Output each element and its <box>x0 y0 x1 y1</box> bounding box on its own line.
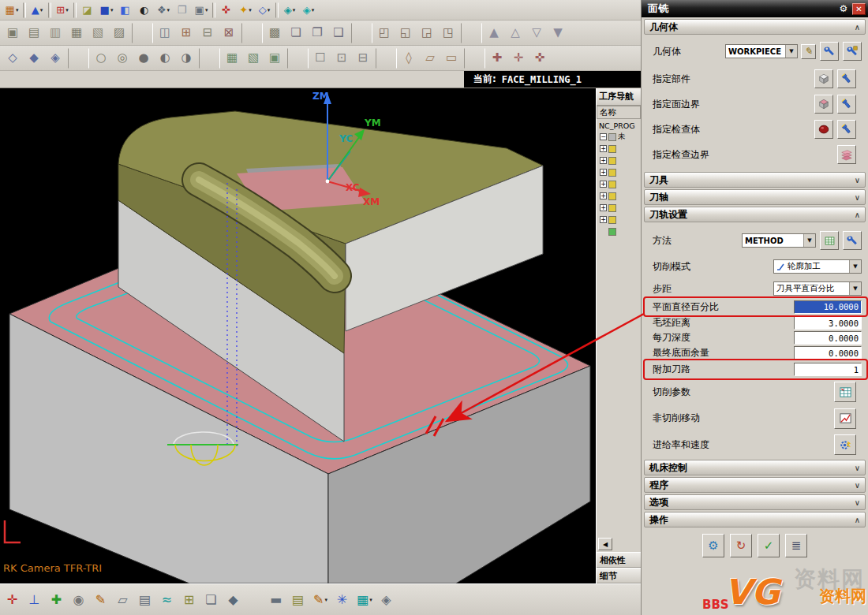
toolbar-icon[interactable]: ◰ <box>374 23 395 43</box>
tab-dependencies[interactable]: 相依性 <box>597 552 641 568</box>
display-check-body-button[interactable] <box>837 120 856 139</box>
chevron-down-icon[interactable] <box>785 45 797 58</box>
toolbar-icon[interactable] <box>199 48 220 69</box>
chevron-down-icon[interactable] <box>849 282 861 295</box>
toolbar-icon[interactable]: ◆ <box>24 48 45 69</box>
navigator-tree-row[interactable]: + <box>597 155 640 166</box>
gear-icon[interactable] <box>837 2 850 15</box>
flat-diameter-input[interactable]: 10.0000 <box>794 300 862 314</box>
toolbar-icon[interactable]: ✛ <box>508 48 529 69</box>
tree-expander-icon[interactable]: + <box>600 181 607 188</box>
navigator-name-column-header[interactable]: 名称 <box>597 106 641 119</box>
toolbar-icon[interactable] <box>132 23 153 43</box>
toolbar-icon[interactable] <box>275 2 279 18</box>
tree-expander-icon[interactable]: + <box>600 192 607 199</box>
close-icon[interactable] <box>852 3 866 15</box>
section-tool-axis[interactable]: 刀轴 <box>644 189 866 205</box>
navigator-tree-row[interactable]: + <box>597 214 640 226</box>
select-part-button[interactable] <box>814 69 833 88</box>
toolbar-icon[interactable] <box>212 2 215 18</box>
toolbar-icon[interactable]: ◇ <box>2 48 24 69</box>
tree-expander-icon[interactable]: + <box>600 169 607 176</box>
toolbar-icon[interactable]: ⊥ <box>24 588 46 612</box>
feeds-speeds-button[interactable] <box>834 434 856 455</box>
navigator-tree-row[interactable] <box>597 226 640 237</box>
action-button[interactable]: ✓ <box>758 534 780 557</box>
toolbar-icon[interactable]: ● <box>133 48 155 69</box>
toolbar-icon[interactable] <box>73 2 77 18</box>
toolbar-icon[interactable]: ◈▾ <box>280 2 299 19</box>
toolbar-icon[interactable] <box>48 2 51 18</box>
section-machine-control[interactable]: 机床控制 <box>644 460 866 475</box>
navigator-collapse-button[interactable]: ◀ <box>598 538 612 550</box>
toolbar-icon[interactable]: ⊡ <box>331 48 353 69</box>
toolbar-icon[interactable]: ▥ <box>45 23 66 43</box>
toolbar-icon[interactable]: ✚ <box>46 588 68 612</box>
toolbar-icon[interactable]: ❏ <box>286 23 307 43</box>
toolbar-icon[interactable]: ◑ <box>176 48 197 69</box>
navigator-title[interactable]: 工序导航 <box>597 88 641 106</box>
toolbar-icon[interactable]: ▣▾ <box>192 2 211 19</box>
action-button[interactable]: ≣ <box>785 534 807 557</box>
tree-expander-icon[interactable] <box>600 228 607 235</box>
toolbar-icon[interactable]: ◳ <box>438 23 459 43</box>
toolbar-icon[interactable]: ◐ <box>155 48 176 69</box>
method-combo[interactable]: METHOD <box>742 233 816 248</box>
toolbar-icon[interactable]: ▧ <box>88 23 109 43</box>
toolbar-icon[interactable]: ▦ <box>66 23 88 43</box>
toolbar-icon[interactable]: ❑ <box>328 23 350 43</box>
toolbar-icon[interactable]: ◫ <box>155 23 176 43</box>
toolbar-icon[interactable]: ▲ <box>484 23 505 43</box>
toolbar-icon[interactable]: ▬ <box>265 588 287 612</box>
toolbar-icon[interactable]: ❏ <box>200 588 223 612</box>
display-part-button[interactable] <box>837 69 856 88</box>
display-face-boundary-button[interactable] <box>837 95 856 114</box>
tab-details[interactable]: 细节 <box>597 568 641 583</box>
toolbar-icon[interactable]: ○ <box>91 48 112 69</box>
toolbar-icon[interactable]: ⊞ <box>178 588 200 612</box>
toolbar-icon[interactable]: ▽ <box>526 23 548 43</box>
section-program[interactable]: 程序 <box>644 477 866 493</box>
toolbar-icon[interactable]: ⊟ <box>353 48 374 69</box>
action-button[interactable]: ↻ <box>730 534 752 557</box>
toolbar-icon[interactable]: ▤ <box>24 23 45 43</box>
toolbar-icon[interactable] <box>461 23 482 43</box>
select-face-boundary-button[interactable] <box>814 95 833 114</box>
toolbar-icon[interactable]: ❖▾ <box>154 2 173 19</box>
navigator-tree-row[interactable]: + <box>597 178 640 190</box>
navigator-root-node[interactable]: NC_PROG <box>597 121 640 131</box>
navigator-tree-row[interactable]: + <box>597 143 640 155</box>
navigator-tree-row[interactable]: + <box>597 166 640 178</box>
toolbar-icon[interactable]: ❐ <box>173 2 192 19</box>
toolbar-icon[interactable]: ◧ <box>116 2 135 19</box>
navigator-tree-row[interactable]: + <box>597 202 640 214</box>
tree-expander-icon[interactable]: + <box>600 157 607 164</box>
toolbar-icon[interactable]: ⊟ <box>197 23 219 43</box>
section-actions[interactable]: 操作 <box>644 512 866 527</box>
edit-workpiece-button[interactable] <box>843 42 862 61</box>
toolbar-icon[interactable]: ⊞▾ <box>53 2 72 19</box>
section-path-settings[interactable]: 刀轨设置 <box>644 207 866 222</box>
toolbar-icon[interactable]: ✳ <box>331 588 354 612</box>
toolbar-icon[interactable]: ✛ <box>2 588 24 612</box>
toolbar-icon[interactable]: ⊞ <box>176 23 197 43</box>
select-check-body-button[interactable] <box>814 120 833 139</box>
toolbar-icon[interactable]: ✎ <box>90 588 112 612</box>
navigator-tree-row[interactable]: − 未 <box>597 131 640 143</box>
toolbar-icon[interactable]: ▭ <box>441 48 462 69</box>
depth-per-cut-input[interactable]: 0.0000 <box>794 331 862 345</box>
toolbar-icon[interactable]: ◊ <box>398 48 420 69</box>
toolbar-icon[interactable]: ▲▾ <box>28 2 47 19</box>
graphics-viewport[interactable]: ZM YM YC XC XM RK Camera TFR-TRI <box>0 88 596 583</box>
tree-expander-icon[interactable]: + <box>600 145 607 152</box>
toolbar-icon[interactable]: △ <box>505 23 526 43</box>
toolbar-icon[interactable]: ◉ <box>68 588 90 612</box>
new-method-button[interactable] <box>820 231 839 250</box>
toolbar-icon[interactable]: ▱ <box>112 588 134 612</box>
toolbar-icon[interactable]: ◱ <box>395 23 417 43</box>
toolbar-icon[interactable]: ◐ <box>135 2 154 19</box>
toolbar-icon[interactable]: ◈ <box>376 588 398 612</box>
toolbar-icon[interactable]: ◲ <box>417 23 438 43</box>
toolbar-icon[interactable]: ▱ <box>420 48 441 69</box>
blank-distance-input[interactable]: 3.0000 <box>794 316 862 330</box>
